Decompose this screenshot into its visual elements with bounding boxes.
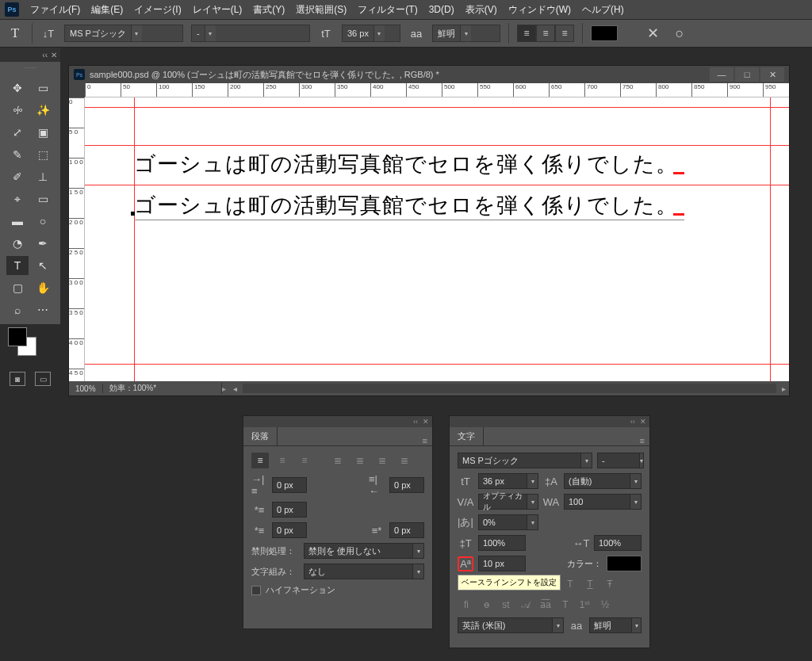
baseline-shift-icon[interactable]: Aª bbox=[458, 556, 473, 571]
menu-image[interactable]: イメージ(I) bbox=[134, 3, 181, 17]
guide-vertical[interactable] bbox=[770, 97, 771, 381]
panel-menu-icon[interactable]: ≡ bbox=[635, 436, 649, 445]
justify-center-icon[interactable]: ≣ bbox=[351, 453, 369, 468]
char-lang-combo[interactable]: 英語 (米国)▾ bbox=[458, 617, 564, 633]
text-layer-2-editing[interactable]: ゴーシュは町の活動写真館でセロを弾く係りでした。 bbox=[134, 191, 684, 220]
chevron-down-icon[interactable]: ▾ bbox=[131, 25, 142, 41]
menu-file[interactable]: ファイル(F) bbox=[30, 3, 80, 17]
char-font-combo[interactable]: MS Pゴシック▾ bbox=[458, 453, 592, 468]
gradient-tool[interactable]: ▬ bbox=[6, 212, 29, 231]
zoom-level[interactable]: 100% bbox=[69, 384, 103, 393]
strikethrough-icon[interactable]: Ŧ bbox=[601, 576, 619, 592]
stylistic-icon[interactable]: st bbox=[497, 597, 515, 613]
ligature-icon[interactable]: fi bbox=[458, 597, 475, 613]
space-before-field[interactable]: 0 px bbox=[272, 522, 307, 538]
blur-tool[interactable]: ○ bbox=[32, 212, 54, 231]
menu-layer[interactable]: レイヤー(L) bbox=[193, 3, 243, 17]
align-right-icon[interactable]: ≡ bbox=[296, 453, 313, 468]
canvas[interactable]: ゴーシュは町の活動写真館でセロを弾く係りでした。 ゴーシュは町の活動写真館でセロ… bbox=[85, 97, 789, 381]
font-size-combo[interactable]: 36 px ▾ bbox=[342, 25, 400, 42]
chevron-down-icon[interactable]: ▾ bbox=[527, 473, 538, 489]
screenmode-button[interactable]: ▭ bbox=[35, 372, 51, 386]
tab-paragraph[interactable]: 段落 bbox=[243, 427, 278, 445]
text-orientation-icon[interactable]: ↓T bbox=[40, 25, 56, 41]
horizontal-scrollbar[interactable] bbox=[243, 384, 776, 393]
menu-3d[interactable]: 3D(D) bbox=[429, 4, 454, 15]
font-style-combo[interactable]: - ▾ bbox=[191, 25, 310, 42]
titling-icon[interactable]: a͞a bbox=[537, 597, 554, 613]
rectangle-tool[interactable]: ▢ bbox=[6, 278, 29, 297]
align-center-icon[interactable]: ≡ bbox=[274, 453, 291, 468]
chevron-right-icon[interactable]: ▸ bbox=[222, 384, 230, 393]
panel-header[interactable]: ‹‹✕ bbox=[243, 416, 432, 427]
chevron-down-icon[interactable]: ▾ bbox=[205, 25, 216, 41]
chevron-down-icon[interactable]: ▾ bbox=[630, 494, 642, 510]
half-icon[interactable]: ½ bbox=[596, 597, 614, 613]
quickmask-button[interactable]: ◙ bbox=[10, 372, 25, 386]
close-icon[interactable]: ✕ bbox=[423, 418, 429, 426]
menu-view[interactable]: 表示(V) bbox=[465, 3, 497, 17]
cancel-button[interactable]: ✕ bbox=[643, 24, 662, 43]
chevron-down-icon[interactable]: ▾ bbox=[527, 514, 538, 530]
chevron-down-icon[interactable]: ▾ bbox=[581, 453, 592, 468]
guide-horizontal[interactable] bbox=[85, 107, 789, 108]
history-brush-tool[interactable]: ⌖ bbox=[6, 189, 29, 208]
guide-vertical[interactable] bbox=[134, 97, 135, 381]
brush-tool[interactable]: ✐ bbox=[6, 167, 29, 186]
justify-left-icon[interactable]: ≣ bbox=[329, 453, 347, 468]
eraser-tool[interactable]: ▭ bbox=[32, 189, 54, 208]
color-swatches[interactable] bbox=[0, 324, 60, 369]
indent-left-field[interactable]: 0 px bbox=[272, 477, 307, 493]
char-tsume-combo[interactable]: 0%▾ bbox=[478, 514, 538, 530]
text-layer-1[interactable]: ゴーシュは町の活動写真館でセロを弾く係りでした。 bbox=[134, 150, 684, 178]
indent-right-field[interactable]: 0 px bbox=[389, 477, 424, 493]
chevron-down-icon[interactable]: ▾ bbox=[630, 473, 642, 489]
guide-horizontal[interactable] bbox=[85, 364, 789, 365]
tab-character[interactable]: 文字 bbox=[450, 427, 484, 445]
justify-right-icon[interactable]: ≣ bbox=[373, 453, 391, 468]
active-tool-icon[interactable]: T bbox=[6, 25, 24, 42]
char-hscale-field[interactable]: 100% bbox=[594, 535, 642, 551]
guide-horizontal[interactable] bbox=[85, 185, 789, 185]
menu-select[interactable]: 選択範囲(S) bbox=[296, 3, 347, 17]
menu-help[interactable]: ヘルプ(H) bbox=[582, 3, 624, 17]
char-style-combo[interactable]: -▾ bbox=[597, 453, 642, 468]
scroll-left-icon[interactable]: ◂ bbox=[230, 384, 241, 393]
collapse-icon[interactable]: ‹‹ bbox=[413, 418, 418, 426]
menu-window[interactable]: ウィンドウ(W) bbox=[508, 3, 571, 17]
move-tool[interactable]: ✥ bbox=[6, 78, 29, 97]
chevron-down-icon[interactable]: ▾ bbox=[527, 494, 538, 510]
frame-tool[interactable]: ▣ bbox=[32, 123, 54, 142]
commit-button[interactable]: ○ bbox=[670, 24, 689, 43]
chevron-down-icon[interactable]: ▾ bbox=[460, 25, 471, 41]
eyedropper-tool[interactable]: ✎ bbox=[6, 145, 29, 164]
chevron-down-icon[interactable]: ▾ bbox=[632, 617, 642, 633]
font-family-combo[interactable]: MS Pゴシック ▾ bbox=[64, 25, 183, 42]
chevron-down-icon[interactable]: ▾ bbox=[413, 543, 424, 559]
align-right-button[interactable]: ≡ bbox=[555, 25, 574, 42]
vertical-ruler[interactable]: 05 01 0 01 5 02 0 02 5 03 0 03 5 04 0 04… bbox=[69, 97, 85, 381]
ordinals-icon[interactable]: T bbox=[557, 597, 574, 613]
panel-header[interactable]: ‹‹✕ bbox=[450, 416, 649, 427]
align-left-button[interactable]: ≡ bbox=[517, 25, 536, 42]
pen-tool[interactable]: ✒ bbox=[32, 234, 54, 253]
maximize-button[interactable]: □ bbox=[735, 67, 759, 82]
antialias-combo[interactable]: 鮮明 ▾ bbox=[432, 25, 500, 42]
crop-tool[interactable]: ⤢ bbox=[6, 123, 29, 142]
chevron-down-icon[interactable]: ▾ bbox=[413, 564, 424, 579]
close-icon[interactable]: ✕ bbox=[51, 51, 57, 59]
fractions-icon[interactable]: 1ˢᵗ bbox=[576, 597, 594, 613]
char-color-swatch[interactable] bbox=[607, 556, 642, 571]
kinsoku-combo[interactable]: 禁則を 使用しない ▾ bbox=[304, 543, 424, 559]
align-left-icon[interactable]: ≡ bbox=[251, 453, 269, 468]
menu-edit[interactable]: 編集(E) bbox=[91, 3, 123, 17]
collapse-icon[interactable]: ‹‹ bbox=[42, 51, 48, 59]
chevron-down-icon[interactable]: ▾ bbox=[373, 25, 385, 41]
char-baseline-field[interactable]: 10 px bbox=[478, 556, 526, 571]
mojikumi-combo[interactable]: なし ▾ bbox=[304, 564, 424, 579]
stamp-tool[interactable]: ⊥ bbox=[32, 167, 54, 186]
magic-wand-tool[interactable]: ✨ bbox=[32, 101, 54, 120]
more-tools[interactable]: ⋯ bbox=[32, 300, 54, 319]
checkbox-icon[interactable] bbox=[251, 586, 261, 595]
minimize-button[interactable]: — bbox=[710, 67, 733, 82]
